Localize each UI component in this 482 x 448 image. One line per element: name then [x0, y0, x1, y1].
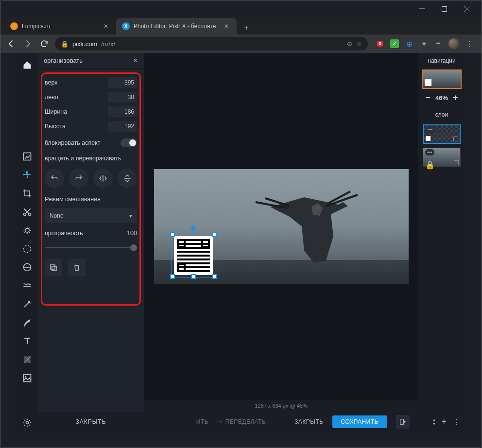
layer-preview-icon — [426, 136, 430, 141]
svg-rect-13 — [400, 419, 404, 425]
slider-thumb[interactable] — [130, 244, 137, 251]
flip-horizontal-button[interactable] — [93, 169, 113, 188]
layer-menu-icon[interactable]: ••• — [426, 126, 435, 133]
right-panel: навигации − 46% + слои ••• ••• 🔒 ▴▾ + — [418, 53, 465, 432]
settings-tool[interactable] — [18, 414, 36, 431]
duplicate-button[interactable] — [45, 259, 62, 276]
svg-rect-11 — [51, 265, 55, 269]
layer-visible-checkbox[interactable] — [453, 137, 458, 141]
close-tab-icon[interactable]: ✕ — [103, 23, 110, 30]
draw-tool[interactable] — [18, 314, 36, 331]
resize-handle-tr[interactable] — [212, 232, 217, 237]
cut-tool[interactable] — [18, 203, 36, 221]
arrange-tool[interactable] — [18, 166, 36, 184]
zoom-out-button[interactable]: − — [425, 93, 430, 103]
lock-aspect-toggle[interactable] — [120, 138, 137, 147]
top-input[interactable] — [108, 77, 137, 88]
extension-check-icon[interactable]: ✓ — [390, 39, 399, 48]
bookmark-icon[interactable]: ☆ — [356, 40, 362, 48]
layer-qr[interactable]: ••• — [423, 124, 461, 144]
rotate-left-button[interactable] — [45, 169, 64, 188]
zoom-in-button[interactable]: + — [453, 93, 458, 103]
navigator-thumbnail[interactable] — [422, 69, 462, 89]
panel-close-icon[interactable]: ✕ — [133, 57, 138, 64]
resize-handle-tl[interactable] — [170, 232, 175, 237]
rotate-flip-label: вращять и переворачивать — [45, 155, 137, 162]
browser-menu-icon[interactable]: ⋮ — [465, 39, 474, 48]
window-frame: Lumpics.ru ✕ X Photo Editor: Pixlr X - б… — [0, 0, 482, 448]
minimize-button[interactable] — [411, 1, 433, 17]
reading-list-icon[interactable]: ≡ — [434, 39, 443, 48]
tab-title: Lumpics.ru — [22, 23, 51, 30]
svg-point-10 — [26, 422, 29, 424]
qr-code-layer[interactable] — [174, 236, 213, 275]
layer-background[interactable]: ••• 🔒 — [423, 148, 461, 167]
search-in-page-icon[interactable]: ⊙ — [347, 40, 352, 48]
add-layer-button[interactable]: + — [441, 417, 447, 427]
new-tab-button[interactable]: ＋ — [240, 21, 253, 34]
redo-button[interactable]: ↪ ПЕРЕДЕЛАТЬ — [217, 418, 266, 425]
canvas-image[interactable] — [154, 169, 409, 284]
layer-visible-checkbox[interactable] — [454, 160, 459, 165]
filter-tool[interactable] — [18, 240, 36, 258]
resize-handle-bl[interactable] — [170, 274, 175, 279]
add-image-tool[interactable] — [18, 369, 36, 387]
flip-vertical-button[interactable] — [118, 169, 137, 188]
resize-handle-bm[interactable] — [191, 274, 196, 279]
left-input[interactable] — [108, 92, 137, 103]
resize-handle-br[interactable] — [212, 274, 217, 279]
blend-mode-label: Режим смешивания — [45, 196, 137, 203]
extension-globe-icon[interactable]: ⊕ — [405, 39, 413, 48]
tab-lumpics[interactable]: Lumpics.ru ✕ — [4, 18, 116, 34]
delete-button[interactable] — [68, 259, 86, 276]
tab-pixlr[interactable]: X Photo Editor: Pixlr X - бесплатн ✕ — [116, 18, 237, 34]
adjust-tool[interactable] — [18, 222, 36, 239]
tab-title: Photo Editor: Pixlr X - бесплатн — [134, 23, 216, 30]
forward-button[interactable] — [22, 38, 34, 50]
svg-point-5 — [24, 245, 31, 253]
url-path: /ru/x/ — [101, 40, 115, 48]
home-tool[interactable] — [18, 56, 36, 74]
liquify-tool[interactable] — [18, 277, 36, 294]
layer-menu-icon[interactable]: ••• — [425, 149, 434, 155]
panel-close-button[interactable]: ЗАКРЫТЬ — [38, 412, 144, 432]
effect-tool[interactable] — [18, 258, 36, 276]
title-bar — [0, 0, 482, 17]
opacity-slider[interactable] — [45, 247, 137, 248]
reload-button[interactable] — [38, 38, 50, 50]
close-button[interactable]: ЗАКРЫТЬ — [294, 418, 324, 425]
layer-reorder-buttons[interactable]: ▴▾ — [433, 418, 435, 426]
image-tool[interactable] — [18, 148, 36, 165]
back-button[interactable] — [5, 38, 17, 50]
svg-rect-12 — [52, 266, 56, 271]
height-input[interactable] — [108, 121, 137, 132]
close-window-button[interactable] — [455, 1, 478, 17]
undo-button[interactable]: ИТЬ — [196, 418, 208, 425]
canvas-wrap[interactable] — [144, 53, 418, 400]
close-tab-icon[interactable]: ✕ — [224, 23, 231, 30]
blend-mode-select[interactable]: None ▾ — [45, 208, 137, 223]
panel-title: организовать — [44, 57, 83, 64]
text-tool[interactable] — [18, 332, 36, 350]
profile-avatar[interactable] — [448, 38, 459, 49]
export-icon-button[interactable] — [396, 415, 410, 429]
left-toolbar — [17, 53, 38, 432]
layers-menu-button[interactable]: ⋮ — [452, 417, 460, 427]
heal-tool[interactable] — [18, 295, 36, 313]
canvas-status: 1267 x 634 px @ 46% — [144, 400, 418, 412]
svg-rect-0 — [442, 6, 447, 11]
panel-body: верх лево Ширина Высота блокировать аспе… — [38, 69, 144, 254]
rotate-handle[interactable] — [191, 226, 196, 231]
element-tool[interactable] — [18, 351, 36, 368]
maximize-button[interactable] — [433, 1, 455, 17]
crop-tool[interactable] — [18, 185, 36, 202]
qr-selection[interactable] — [172, 234, 215, 277]
extensions-puzzle-icon[interactable]: ✦ — [419, 39, 428, 48]
url-input[interactable]: 🔒 pixlr.com/ru/x/ ⊙ ☆ — [55, 37, 368, 51]
width-input[interactable] — [108, 106, 137, 117]
url-host: pixlr.com — [72, 40, 97, 48]
panel-header: организовать ✕ — [38, 53, 144, 69]
save-button[interactable]: СОХРАНИТЬ — [332, 415, 387, 428]
rotate-right-button[interactable] — [69, 169, 88, 188]
adblock-icon[interactable]: 3 — [376, 39, 384, 48]
